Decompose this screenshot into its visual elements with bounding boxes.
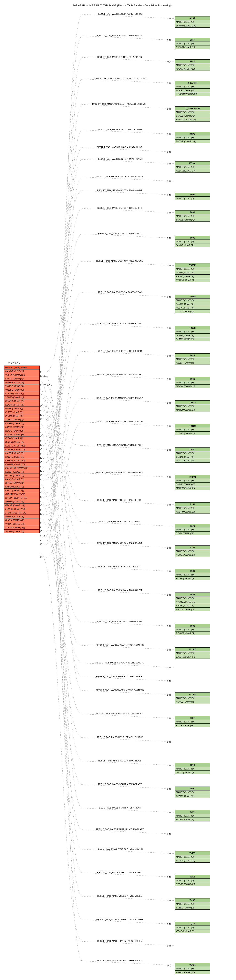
target-table-header: THIT bbox=[175, 716, 210, 720]
target-cardinality: 0..N bbox=[167, 108, 171, 110]
target-table: FPLAMANDT [CLNT (3)]FPLNR [CHAR (10)] bbox=[175, 59, 210, 71]
relation-label: RESULT_TAB_MASS-INCO1 = TINC-INCO1 bbox=[73, 759, 167, 762]
target-table-field: KVEWE [CHAR (1)] bbox=[175, 600, 210, 604]
source-cardinality: (0,1)D,1)(0,1) bbox=[40, 383, 52, 386]
target-table-header: T042Z bbox=[175, 448, 210, 452]
target-table-header: T005E bbox=[175, 263, 210, 267]
target-cardinality: 0..N bbox=[167, 402, 171, 404]
target-table-field: KDGRP [CHAR (2)] bbox=[175, 510, 210, 514]
relation-label: RESULT_TAB_MASS-J_1AFITP = J_1AFITP-J_1A… bbox=[73, 78, 167, 80]
main-table-field: VKONT [CHAR (12)] bbox=[4, 522, 40, 526]
target-table: TCURVMANDT [CLNT (3)]KURST [CHAR (4)] bbox=[175, 692, 210, 704]
main-table-field: WAERK [CUKY (5)] bbox=[4, 381, 40, 384]
target-table-header: TCURC bbox=[175, 648, 210, 651]
target-table-field: MANDT [CLNT (3)] bbox=[175, 814, 210, 818]
main-table-field: CMWAE [CUKY (5)] bbox=[4, 492, 40, 496]
src-cardinality-overlay: (0,1)(0,1)(0,1) bbox=[8, 362, 20, 364]
target-table-field: MANDT [CLNT (3)] bbox=[175, 197, 210, 200]
target-table-field: MANDT [CLNT (3)] bbox=[175, 267, 210, 271]
target-cardinality: 0..N bbox=[167, 945, 171, 947]
relation-label: RESULT_TAB_MASS-KALSM = T683-KALSM bbox=[73, 589, 167, 591]
relation-label: RESULT_TAB_MASS-FKART_RL = TVFK-FKART bbox=[73, 828, 167, 830]
source-cardinality: (0,1)(0,1) bbox=[40, 535, 48, 537]
target-cardinality: 0..N bbox=[167, 151, 171, 153]
main-table-field: KURST [CHAR (4)] bbox=[4, 470, 40, 474]
target-table-field: J_1AFITP [CHAR (2)] bbox=[175, 92, 210, 96]
target-table-field: MANDT [CLNT (3)] bbox=[175, 597, 210, 600]
source-cardinality: (0,1) bbox=[40, 409, 44, 412]
target-table-field: BRANCH [CHAR (4)] bbox=[175, 118, 210, 121]
target-cardinality: 0..N bbox=[167, 194, 171, 196]
target-table-header: TVTW bbox=[175, 922, 210, 926]
source-cardinality: 1 bbox=[40, 526, 41, 528]
target-cardinality: 0..N bbox=[167, 355, 171, 357]
target-table: T151MANDT [CLNT (3)]KDGRP [CHAR (2)] bbox=[175, 502, 210, 514]
source-cardinality: (0,1) bbox=[40, 504, 44, 506]
target-table: T171MANDT [CLNT (3)]BZIRK [CHAR (6)] bbox=[175, 524, 210, 535]
target-cardinality: (0,1) bbox=[167, 60, 171, 63]
target-cardinality: 0..N bbox=[167, 649, 171, 651]
target-table: KONAMANDT [CLNT (3)]KNUMA [CHAR (10)] bbox=[175, 161, 210, 173]
source-cardinality: (0,1) bbox=[40, 466, 44, 468]
target-table-header: T041C bbox=[175, 424, 210, 428]
main-table-field: KNKLI [CHAR (10)] bbox=[4, 488, 40, 492]
main-table-field: KKBER [CHAR (4)] bbox=[4, 485, 40, 488]
target-table: AKKPMANDT [CLNT (3)]LCNUM [CHAR (10)] bbox=[175, 16, 210, 28]
target-table-header: J_1AFITP bbox=[175, 81, 210, 85]
relation-label: RESULT_TAB_MASS-AKWAE = TCURC-WAERS bbox=[73, 644, 167, 646]
relation-label: RESULT_TAB_MASS-KNUMA = KONA-KNUMA bbox=[73, 175, 167, 178]
target-table: T880MANDT [CLNT (3)]RCOMP [CHAR (6)] bbox=[175, 624, 210, 635]
target-cardinality: 0..N bbox=[167, 82, 171, 84]
target-table: T042ZMANDT [CLNT (3)]LAND1 [CHAR (3)]ZLS… bbox=[175, 447, 210, 463]
target-table-field: KKBER [CHAR (4)] bbox=[175, 361, 210, 364]
target-table-header: T005G bbox=[175, 295, 210, 299]
relation-label: RESULT_TAB_MASS-HITYP_PR = THIT-HITYP bbox=[73, 736, 167, 738]
relation-label: RESULT_TAB_MASS-KNKLI = KNA1-KUNNR bbox=[73, 128, 167, 131]
target-table-header: TVSB bbox=[175, 899, 210, 902]
main-table-field: KTGRD [CHAR (2)] bbox=[4, 422, 40, 425]
relation-label: RESULT_TAB_MASS-FKART = TVFK-FKART bbox=[73, 807, 167, 809]
main-table-field: STWAE [CUKY (5)] bbox=[4, 455, 40, 459]
target-cardinality: 0..N bbox=[167, 212, 171, 214]
target-table: TVKTMANDT [CLNT (3)]KTGRD [CHAR (2)] bbox=[175, 875, 210, 886]
relation-label: RESULT_TAB_MASS-MSCHL = T040-MSCHL bbox=[73, 373, 167, 376]
main-table-field: VBELN [CHAR (10)] bbox=[4, 373, 40, 377]
relation-label: RESULT_TAB_MASS-VTWEG = TVTW-VTWEG bbox=[73, 918, 167, 921]
target-table-field: MSCHL [CHAR (1)] bbox=[175, 385, 210, 388]
relation-label: RESULT_TAB_MASS-COUNC = T005E-COUNC bbox=[73, 260, 167, 262]
target-table-field: FKART [CHAR (4)] bbox=[175, 818, 210, 821]
main-table-field: EXNUM [CHAR (10)] bbox=[4, 459, 40, 463]
target-table-field: RCOMP [CHAR (6)] bbox=[175, 632, 210, 635]
target-table-field: KAPPL [CHAR (2)] bbox=[175, 604, 210, 608]
target-table-field: KUNNR [CHAR (10)] bbox=[175, 140, 210, 143]
target-table: TVSBMANDT [CLNT (3)]VSBED [CHAR (2)] bbox=[175, 898, 210, 910]
target-table: T040SMANDT [CLNT (3)]MANSP [CHAR (1)] bbox=[175, 401, 210, 412]
target-table: TVKOMANDT [CLNT (3)]VKORG [CHAR (4)] bbox=[175, 851, 210, 862]
main-table-field: KUNRG [CHAR (10)] bbox=[4, 444, 40, 448]
target-table-field: KONDA [CHAR (2)] bbox=[175, 553, 210, 557]
target-table: J_1BBRANCHMANDT [CLNT (3)]BUKRS [CHAR (4… bbox=[175, 107, 210, 121]
target-table-field: BUKRS [CHAR (4)] bbox=[175, 482, 210, 486]
diagram-canvas: RESULT_TAB_MASS MANDT [CLNT (3)]VBELN [C… bbox=[4, 9, 232, 980]
source-cardinality: (0,1) bbox=[40, 496, 44, 498]
target-table-header: T040 bbox=[175, 377, 210, 381]
main-table-field: REGIO [CHAR (3)] bbox=[4, 429, 40, 433]
target-cardinality: 0..N bbox=[167, 694, 171, 696]
target-table-field: MANDT [CLNT (3)] bbox=[175, 967, 210, 970]
relation-label: RESULT_TAB_MASS-RPLNR = FPLA-FPLNR bbox=[73, 56, 167, 58]
target-cardinality: 0..N bbox=[167, 180, 171, 183]
target-table: EIKPMANDT [CLNT (3)]EXNUM [CHAR (10)] bbox=[175, 38, 210, 49]
target-table-header: T000 bbox=[175, 193, 210, 197]
relation-label: RESULT_TAB_MASS-BZIRK = T171-BZIRK bbox=[73, 520, 167, 523]
main-table: RESULT_TAB_MASS MANDT [CLNT (3)]VBELN [C… bbox=[4, 366, 40, 533]
relation-label: RESULT_TAB_MASS-EXNUM = EIKP-EXNUM bbox=[73, 34, 167, 37]
target-table-field: MANDT [CLNT (3)] bbox=[175, 926, 210, 929]
target-table: T005MANDT [CLNT (3)]LAND1 [CHAR (3)] bbox=[175, 236, 210, 247]
target-table-field: REGIO [CHAR (3)] bbox=[175, 306, 210, 310]
target-cardinality: 0..N bbox=[167, 764, 171, 767]
target-table: T005EMANDT [CLNT (3)]LAND1 [CHAR (3)]REG… bbox=[175, 263, 210, 282]
target-table-header: T151 bbox=[175, 503, 210, 506]
target-table: T047MMANDT [CLNT (3)]BUKRS [CHAR (4)]MAB… bbox=[175, 475, 210, 490]
target-table-field: MANDT [CLNT (3)] bbox=[175, 299, 210, 302]
target-table: T189MANDT [CLNT (3)]PLTYP [CHAR (2)] bbox=[175, 569, 210, 581]
